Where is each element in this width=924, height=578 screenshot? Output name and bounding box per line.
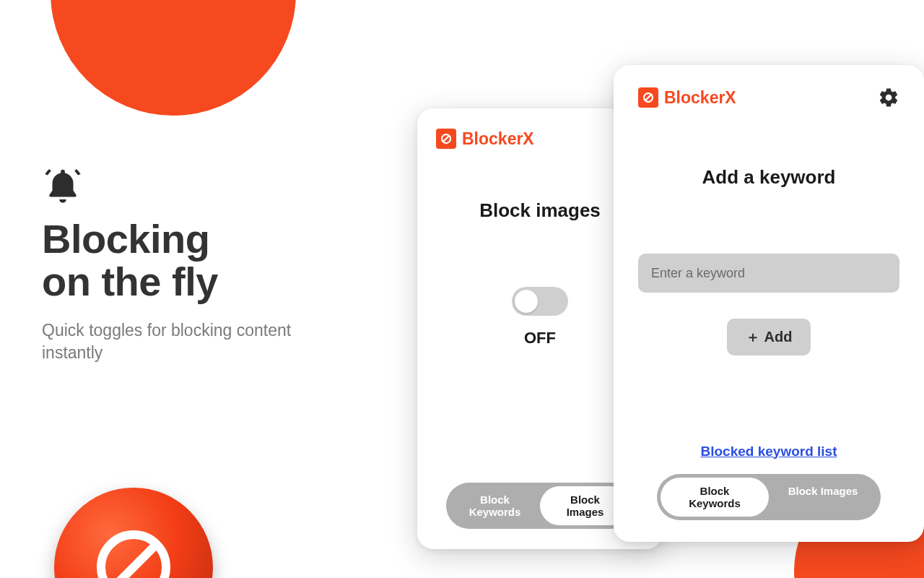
prohibition-icon <box>90 524 177 578</box>
toggle-knob <box>515 290 538 313</box>
app-logo-icon <box>436 129 456 149</box>
tab-block-keywords[interactable]: Block Keywords <box>450 486 540 526</box>
hero-section: Blocking on the fly Quick toggles for bl… <box>42 166 352 364</box>
card-header: BlockerX <box>638 87 899 108</box>
blocked-keyword-list-link[interactable]: Blocked keyword list <box>700 444 837 460</box>
settings-gear-icon[interactable] <box>878 87 899 108</box>
svg-line-3 <box>443 136 449 142</box>
tab-block-keywords[interactable]: Block Keywords <box>661 478 769 517</box>
hero-title-line2: on the fly <box>42 259 218 304</box>
card-header: BlockerX <box>436 129 644 149</box>
tab-segmented-control: Block Keywords Block Images <box>446 483 634 530</box>
toggle-state-label: OFF <box>524 329 556 348</box>
prohibition-sphere <box>54 488 213 578</box>
tab-block-images[interactable]: Block Images <box>769 478 877 517</box>
hero-subtitle: Quick toggles for blocking content insta… <box>42 319 352 364</box>
add-keyword-title: Add a keyword <box>702 166 836 189</box>
hero-title-line1: Blocking <box>42 216 209 262</box>
block-images-toggle[interactable] <box>512 287 568 316</box>
orange-blob-top <box>51 0 296 116</box>
app-brand: BlockerX <box>462 129 534 149</box>
add-button[interactable]: ＋ Add <box>727 319 811 355</box>
block-images-title: Block images <box>479 199 601 222</box>
app-brand: BlockerX <box>664 88 736 108</box>
tab-segmented-control: Block Keywords Block Images <box>657 474 881 521</box>
bell-icon <box>42 166 84 208</box>
popup-add-keyword: BlockerX Add a keyword ＋ Add Blocked key… <box>614 65 924 542</box>
hero-title: Blocking on the fly <box>42 218 352 303</box>
app-logo-icon <box>638 87 658 108</box>
svg-line-1 <box>112 545 155 578</box>
plus-icon: ＋ <box>746 327 760 347</box>
keyword-input[interactable] <box>638 254 899 293</box>
svg-line-5 <box>645 95 651 100</box>
add-button-label: Add <box>764 329 793 345</box>
